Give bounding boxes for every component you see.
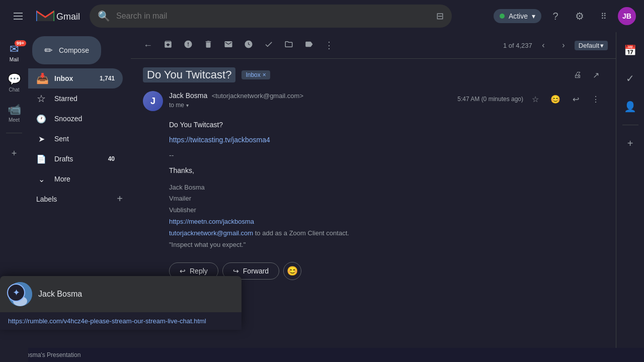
labels-title: Labels [36,195,57,203]
snooze-button[interactable] [239,36,258,54]
starburst-symbol: ✦ [13,287,20,298]
drafts-label: Drafts [54,155,100,163]
more-icon: ⌄ [36,174,46,184]
forward-label: Forward [243,267,269,275]
add-reaction-button[interactable]: 😊 [283,262,301,280]
sidebar-item-mail[interactable]: ✉ Mail 99+ [0,38,28,66]
status-chevron: ▾ [532,12,535,20]
more-label: More [54,175,115,183]
star-button[interactable]: ☆ [527,91,543,107]
notif-url[interactable]: https://rumble.com/v4hcz4e-please-stream… [0,312,242,330]
contacts-icon: 👤 [624,101,636,113]
snoozed-label: Snoozed [54,115,115,123]
sig-line2: Vublisher [169,205,604,216]
archive-button[interactable] [159,36,177,54]
inbox-label: Inbox [54,74,92,82]
email-time: 5:47 AM (0 minutes ago) [457,96,523,103]
sender-info: Jack Bosma <tutorjacknetwork@gmail.com> … [169,91,451,109]
view-toggle-button[interactable]: Default ▾ [575,41,608,50]
emoji-reaction-button[interactable]: 😊 [547,91,564,107]
to-me-label[interactable]: to me [169,102,184,109]
calendar-button[interactable]: 📅 [620,40,640,60]
more-email-button[interactable]: ⋮ [588,91,604,107]
sidebar-item-meet[interactable]: 📹 Meet [0,99,28,127]
notif-name: Jack Bosma [38,290,82,299]
sidebar-item-more[interactable]: ⌄ More [28,169,123,189]
reply-label: Reply [190,267,208,275]
email-meta-actions: 5:47 AM (0 minutes ago) ☆ 😊 ↩ ⋮ [457,91,604,107]
previous-email-button[interactable]: ‹ [534,36,552,54]
starred-icon: ☆ [36,93,46,105]
view-chevron-icon: ▾ [600,42,604,49]
move-to-button[interactable] [280,36,298,54]
next-email-button[interactable]: › [554,36,573,54]
sig-zoom-text: to add as a Zoom Client contact. [255,229,349,237]
sig-quote: "Inspect what you expect." [169,240,604,250]
expand-strip-button[interactable]: + [0,139,28,167]
mark-unread-icon [224,40,233,51]
sig-link1[interactable]: https://meetn.com/jackbosma [169,218,254,225]
delete-button[interactable] [199,36,217,54]
print-icon: 🖨 [574,70,582,79]
open-in-new-button[interactable]: ↗ [588,67,604,83]
sidebar-item-drafts[interactable]: 📄 Drafts 40 [28,149,123,169]
svg-rect-0 [14,13,23,14]
svg-rect-1 [14,16,23,17]
email-message-header: J Jack Bosma <tutorjacknetwork@gmail.com… [143,91,604,111]
more-email-icon: ⋮ [592,95,600,104]
hamburger-button[interactable] [8,6,28,26]
back-button[interactable]: ← [139,36,157,54]
status-indicator[interactable]: Active ▾ [494,9,541,23]
mark-unread-button[interactable] [219,36,237,54]
reply-header-button[interactable]: ↩ [568,91,584,107]
snooze-icon [244,40,253,51]
sidebar-item-chat[interactable]: 💬 Chat [0,68,28,97]
sender-email: <tutorjacknetwork@gmail.com> [212,92,303,100]
status-label: Active [509,12,528,20]
search-icon: 🔍 [98,10,110,22]
search-input[interactable] [116,12,430,21]
sidebar-item-sent[interactable]: ➤ Sent [28,129,123,149]
snoozed-icon: 🕐 [36,114,46,124]
add-label-button[interactable]: + [117,193,123,205]
notification-popup: Jack Bosma https://rumble.com/v4hcz4e-pl… [0,276,242,330]
star-icon: ☆ [532,95,539,104]
more-toolbar-button[interactable]: ⋮ [320,36,338,54]
starred-label: Starred [54,95,115,103]
sig-email-link[interactable]: tutorjacknetwork@gmail.com [169,229,253,237]
right-strip-divider [622,125,638,125]
starburst-decoration[interactable]: ✦ [7,284,25,302]
to-me-chevron-icon: ▾ [186,103,189,108]
contacts-button[interactable]: 👤 [620,97,640,117]
emoji-icon: 😊 [550,95,560,104]
report-icon [184,40,193,51]
account-avatar[interactable]: JB [618,7,636,25]
add-app-button[interactable]: + [620,133,640,153]
inbox-tag-label: Inbox [246,71,260,78]
tasks-button[interactable]: ✓ [620,68,640,88]
calendar-icon: 📅 [624,44,636,56]
apps-button[interactable]: ⠿ [594,6,614,26]
drafts-icon: 📄 [36,154,46,164]
done-button[interactable] [260,36,278,54]
sig-line1: Vmailer [169,194,604,204]
done-icon [264,40,273,51]
inbox-tag-close[interactable]: × [263,71,266,78]
sender-avatar: J [143,91,163,111]
inbox-icon: 📥 [36,72,46,84]
sidebar-item-snoozed[interactable]: 🕐 Snoozed [28,109,123,129]
label-button[interactable] [300,36,318,54]
label-icon [304,40,313,51]
reply-icon: ↩ [180,267,186,275]
sidebar-item-starred[interactable]: ☆ Starred [28,88,123,109]
compose-button[interactable]: ✏ Compose [32,36,101,64]
sidebar-item-inbox[interactable]: 📥 Inbox 1,741 [28,68,123,88]
print-button[interactable]: 🖨 [570,67,586,83]
report-spam-button[interactable] [179,36,197,54]
status-dot [500,14,505,19]
help-button[interactable]: ? [545,6,566,26]
settings-button[interactable]: ⚙ [570,6,590,26]
body-link1[interactable]: https://twitcasting.tv/jackbosma4 [169,136,270,144]
compose-icon: ✏ [44,44,53,56]
search-options-button[interactable]: ⊟ [436,11,444,22]
